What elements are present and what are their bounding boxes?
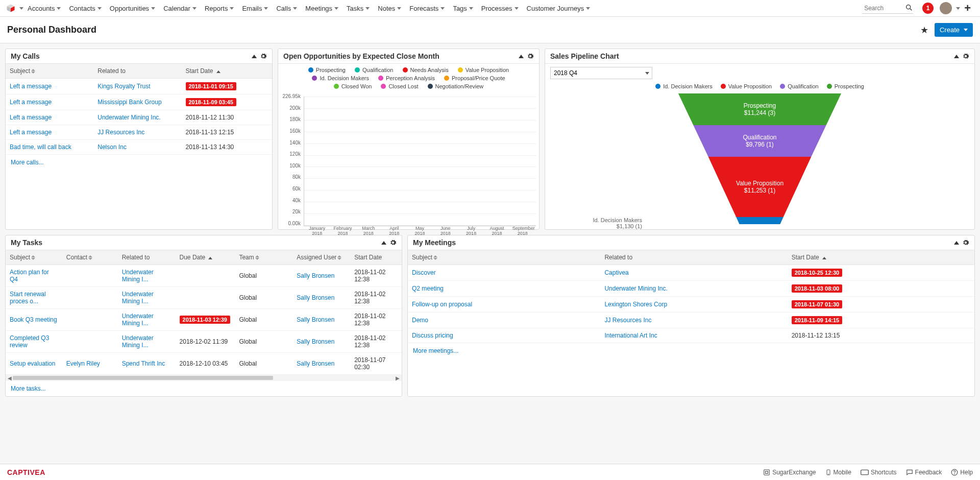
collapse-icon[interactable] [519, 55, 524, 58]
meeting-subject-link[interactable]: Follow-up on proposal [412, 301, 472, 308]
gear-icon[interactable] [962, 239, 969, 246]
col-subject[interactable]: Subject [408, 250, 600, 265]
nav-item[interactable]: Forecasts [405, 0, 449, 16]
legend-item[interactable]: Closed Won [334, 83, 372, 89]
funnel-level[interactable]: Qualification$9,796 (1) [653, 125, 867, 157]
task-subject-link[interactable]: Action plan for Q4 [10, 269, 49, 283]
col-startdate[interactable]: Start Date [182, 64, 273, 79]
favorite-star-icon[interactable]: ★ [920, 25, 928, 36]
related-link[interactable]: Captivea [604, 269, 628, 276]
task-subject-link[interactable]: Start renewal proces o... [10, 291, 46, 305]
funnel-level[interactable]: Value Proposition$11,253 (1) [653, 157, 867, 217]
nav-item[interactable]: Customer Journeys [523, 0, 595, 16]
col-header[interactable]: Team [235, 250, 292, 265]
legend-item[interactable]: Negotiation/Review [428, 83, 484, 89]
col-subject[interactable]: Subject [6, 64, 93, 79]
contact-link[interactable]: Evelyn Riley [66, 360, 100, 367]
legend-item[interactable]: Prospecting [827, 83, 864, 89]
more-meetings-link[interactable]: More meetings... [408, 343, 974, 358]
legend-item[interactable]: Qualification [780, 83, 819, 89]
call-subject-link[interactable]: Left a message [10, 99, 52, 106]
assigned-user-link[interactable]: Sally Bronsen [297, 360, 334, 367]
nav-item[interactable]: Calendar [159, 0, 201, 16]
meeting-subject-link[interactable]: Discover [412, 269, 436, 276]
assigned-user-link[interactable]: Sally Bronsen [297, 338, 334, 345]
legend-item[interactable]: Closed Lost [381, 83, 418, 89]
nav-item[interactable]: Reports [201, 0, 238, 16]
related-link[interactable]: Underwater Mining I... [122, 313, 154, 327]
gear-icon[interactable] [260, 53, 267, 60]
notification-badge[interactable]: 1 [922, 3, 934, 14]
col-header[interactable]: Related to [118, 250, 176, 265]
period-select[interactable]: 2018 Q4 [550, 67, 652, 79]
nav-item[interactable]: Calls [272, 0, 301, 16]
col-header[interactable]: Assigned User [292, 250, 350, 265]
related-link[interactable]: Underwater Mining Inc. [604, 285, 667, 292]
nav-item[interactable]: Tags [449, 0, 477, 16]
related-link[interactable]: Underwater Mining Inc. [97, 114, 160, 121]
quick-create-button[interactable]: + [960, 2, 974, 15]
related-link[interactable]: JJ Resources Inc [604, 317, 651, 324]
nav-item[interactable]: Opportunities [106, 0, 159, 16]
legend-item[interactable]: Needs Analysis [403, 67, 449, 73]
gear-icon[interactable] [389, 239, 397, 246]
task-subject-link[interactable]: Setup evaluation [10, 360, 55, 367]
horizontal-scrollbar[interactable]: ◀▶ [6, 375, 402, 381]
user-avatar[interactable] [940, 2, 952, 14]
collapse-icon[interactable] [381, 241, 386, 245]
related-link[interactable]: Kings Royalty Trust [97, 83, 150, 90]
collapse-icon[interactable] [252, 55, 257, 58]
task-subject-link[interactable]: Book Q3 meeting [10, 316, 57, 323]
task-subject-link[interactable]: Completed Q3 review [10, 334, 49, 349]
funnel-level[interactable] [653, 217, 867, 224]
funnel-level[interactable]: Prospecting$11,244 (3) [653, 93, 867, 125]
legend-item[interactable]: Perception Analysis [378, 75, 435, 81]
related-link[interactable]: Mississippi Bank Group [97, 99, 161, 106]
col-header[interactable]: Contact [62, 250, 118, 265]
related-link[interactable]: Nelson Inc [97, 143, 127, 151]
nav-item[interactable]: Notes [374, 0, 405, 16]
related-link[interactable]: JJ Resources Inc [97, 129, 144, 136]
call-subject-link[interactable]: Bad time, will call back [10, 143, 71, 151]
legend-item[interactable]: Prospecting [308, 67, 346, 73]
legend-item[interactable]: Value Proposition [458, 67, 509, 73]
related-link[interactable]: International Art Inc [604, 332, 657, 339]
meeting-subject-link[interactable]: Discuss pricing [412, 332, 453, 339]
call-subject-link[interactable]: Left a message [10, 129, 52, 136]
assigned-user-link[interactable]: Sally Bronsen [297, 316, 334, 323]
nav-item[interactable]: Emails [238, 0, 272, 16]
app-logo-icon[interactable] [6, 4, 23, 13]
col-related[interactable]: Related to [600, 250, 787, 265]
create-button[interactable]: Create [935, 23, 973, 37]
nav-item[interactable]: Processes [477, 0, 523, 16]
col-related[interactable]: Related to [93, 64, 181, 79]
search-icon[interactable] [905, 4, 913, 12]
related-link[interactable]: Underwater Mining I... [122, 291, 154, 305]
col-startdate[interactable]: Start Date [788, 250, 974, 265]
related-link[interactable]: Spend Thrift Inc [122, 360, 165, 367]
call-subject-link[interactable]: Left a message [10, 83, 52, 90]
more-calls-link[interactable]: More calls... [6, 155, 272, 170]
related-link[interactable]: Lexington Shores Corp [604, 301, 667, 308]
gear-icon[interactable] [527, 53, 534, 60]
assigned-user-link[interactable]: Sally Bronsen [297, 272, 334, 279]
legend-item[interactable]: Proposal/Price Quote [444, 75, 505, 81]
nav-item[interactable]: Meetings [301, 0, 342, 16]
nav-item[interactable]: Accounts [23, 0, 65, 16]
more-tasks-link[interactable]: More tasks... [6, 381, 402, 396]
col-header[interactable]: Start Date [350, 250, 402, 265]
nav-item[interactable]: Tasks [342, 0, 374, 16]
col-header[interactable]: Due Date [176, 250, 235, 265]
nav-item[interactable]: Contacts [65, 0, 105, 16]
collapse-icon[interactable] [954, 241, 959, 245]
user-menu-caret-icon[interactable] [956, 7, 960, 10]
related-link[interactable]: Underwater Mining I... [122, 334, 154, 349]
legend-item[interactable]: Qualification [355, 67, 394, 73]
legend-item[interactable]: Id. Decision Makers [312, 75, 369, 81]
col-header[interactable]: Subject [6, 250, 62, 265]
related-link[interactable]: Underwater Mining I... [122, 269, 154, 283]
call-subject-link[interactable]: Left a message [10, 114, 52, 121]
meeting-subject-link[interactable]: Demo [412, 317, 428, 324]
legend-item[interactable]: Value Proposition [721, 83, 772, 89]
assigned-user-link[interactable]: Sally Bronsen [297, 294, 334, 301]
